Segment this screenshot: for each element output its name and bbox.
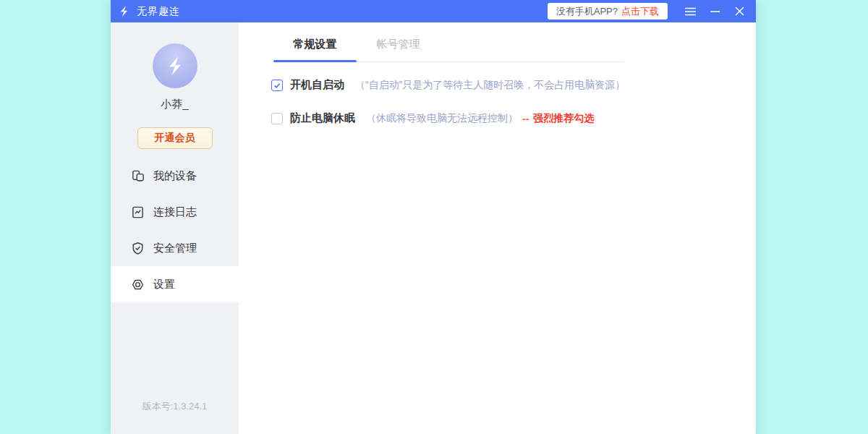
sidebar-item-label: 设置 [153,278,175,292]
setting-label: 防止电脑休眠 [290,111,355,125]
download-action-text: 点击下载 [621,5,659,18]
tab-account-management[interactable]: 帐号管理 [357,38,440,61]
download-prompt-text: 没有手机APP? [556,5,618,18]
app-logo-lightning-icon [117,4,131,18]
menu-icon[interactable] [678,0,702,22]
tab-general-settings[interactable]: 常规设置 [273,38,357,61]
avatar[interactable] [153,43,197,88]
setting-row-prevent-sleep: 防止电脑休眠 （休眠将导致电脑无法远程控制） -- 强烈推荐勾选 [271,111,756,125]
minimize-icon[interactable] [702,0,727,22]
checkmark-icon [273,81,281,90]
sidebar-item-label: 安全管理 [153,242,197,255]
setting-label: 开机自启动 [290,78,344,92]
setting-note: （“自启动”只是为了等待主人随时召唤，不会占用电脑资源） [355,79,625,92]
username: 小莽_ [111,98,239,111]
setting-note: （休眠将导致电脑无法远程控制） [366,112,518,125]
sidebar-item-label: 连接日志 [153,205,197,219]
security-shield-icon [131,242,145,255]
settings-tabs: 常规设置 帐号管理 [273,38,624,62]
version-label: 版本号:1.3.24.1 [111,400,239,413]
setting-row-auto-start: 开机自启动 （“自启动”只是为了等待主人随时召唤，不会占用电脑资源） [271,78,756,92]
sidebar-item-security[interactable]: 安全管理 [111,230,239,266]
sidebar-item-connection-log[interactable]: 连接日志 [111,194,239,230]
open-vip-button[interactable]: 开通会员 [137,127,213,149]
app-window: 无界趣连 没有手机APP? 点击下载 [111,0,756,434]
note-dash: -- [522,113,529,124]
sidebar-menu: 我的设备 连接日志 [111,158,239,302]
recommend-check-text: 强烈推荐勾选 [533,112,594,125]
settings-panel: 常规设置 帐号管理 开机自启动 （“自启动”只是为了等待主人随时召唤，不会占用电… [239,22,756,434]
sidebar: 小莽_ 开通会员 我的设备 [111,22,239,434]
settings-icon [131,278,145,292]
auto-start-checkbox[interactable] [271,80,283,91]
app-title: 无界趣连 [137,5,180,18]
sidebar-item-my-devices[interactable]: 我的设备 [111,158,239,194]
sidebar-item-settings[interactable]: 设置 [111,266,239,302]
devices-icon [131,169,145,183]
connection-log-icon [131,205,145,219]
titlebar: 无界趣连 没有手机APP? 点击下载 [111,0,756,22]
prevent-sleep-checkbox[interactable] [271,113,283,124]
close-icon[interactable] [727,0,752,22]
sidebar-item-label: 我的设备 [153,169,197,183]
download-app-button[interactable]: 没有手机APP? 点击下载 [548,3,668,20]
